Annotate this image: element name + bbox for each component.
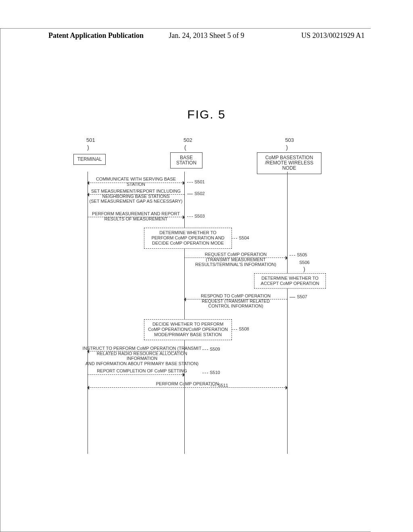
process-box-s508: DECIDE WHETHER TO PERFORM CoMP OPERATION… (144, 319, 232, 340)
participant-number-501: 501 (86, 137, 95, 143)
arrow-s509 (88, 351, 184, 351)
message-label-s509: INSTRUCT TO PERFORM CoMP OPERATION (TRAN… (81, 346, 202, 366)
arrow-s502 (88, 194, 184, 195)
page: Patent Application Publication Jan. 24, … (0, 0, 413, 532)
message-label-s505: REQUEST CoMP OPERATION (TRANSMIT MEASURE… (184, 252, 287, 267)
message-label-s503: PERFORM MEASUREMENT AND REPORT RESULTS O… (88, 211, 184, 221)
step-tag-s505: S505 (290, 252, 307, 257)
participant-comp-basestation: CoMP BASESTATION /REMOTE WIRELESS NODE (257, 152, 321, 174)
participant-number-502: 502 (184, 137, 192, 143)
arrow-s510 (88, 374, 184, 375)
arrow-s507 (184, 299, 287, 299)
leader-tick: ) (303, 266, 305, 272)
message-label-s502: SET MEASUREMENT/REPORT INCLUDING NEIGHBO… (88, 189, 184, 204)
arrow-s511 (88, 387, 287, 388)
participant-terminal: TERMINAL (73, 154, 106, 165)
step-tag-s509: S509 (202, 347, 220, 351)
header-right: US 2013/0021929 A1 (301, 31, 365, 40)
message-label-s511: PERFORM CoMP OPERATION (88, 381, 287, 387)
step-tag-s511: S511 (211, 383, 228, 388)
step-tag-s506: S506 (299, 260, 310, 265)
arrow-s503 (88, 217, 184, 217)
arrow-s505 (184, 258, 287, 258)
leader-tick: ) (286, 144, 289, 149)
step-tag-s501: S501 (187, 179, 205, 184)
participant-number-503: 503 (285, 137, 294, 143)
step-tag-s502: S502 (187, 191, 205, 196)
process-box-s506: DETERMINE WHETHER TO ACCEPT CoMP OPERATI… (254, 273, 326, 289)
step-tag-s503: S503 (187, 214, 205, 218)
header-mid: Jan. 24, 2013 Sheet 5 of 9 (169, 31, 244, 40)
figure-title: FIG. 5 (0, 108, 413, 121)
lifeline-comp (287, 172, 288, 454)
message-label-s507: RESPOND TO CoMP OPERATION REQUEST (TRANS… (184, 293, 287, 309)
header-left: Patent Application Publication (48, 31, 144, 40)
page-header: Patent Application Publication Jan. 24, … (0, 31, 413, 40)
process-box-s504: DETERMINE WHETHER TO PERFORM CoMP OPERAT… (144, 228, 232, 249)
lifeline-base (184, 172, 185, 454)
arrow-s501 (88, 183, 184, 183)
step-tag-s504: S504 (232, 235, 249, 240)
participant-base-station: BASE STATION (170, 152, 202, 168)
leader-tick: ( (184, 144, 188, 149)
step-tag-s507: S507 (290, 294, 307, 299)
step-tag-s508: S508 (232, 326, 249, 331)
leader-tick: ) (87, 144, 90, 149)
step-tag-s510: S510 (202, 370, 220, 375)
message-label-s501: COMMUNICATE WITH SERVING BASE STATION (88, 177, 184, 187)
